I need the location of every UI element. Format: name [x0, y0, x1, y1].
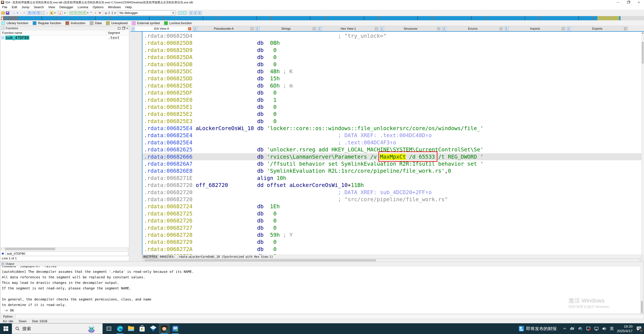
save-database-icon[interactable] [5, 11, 10, 15]
tab-strings[interactable]: Strings× [255, 26, 317, 31]
listing-line[interactable]: .rdata:006825E1 db 0 [142, 103, 641, 110]
breakpoint-list-icon[interactable]: ▲ [58, 11, 62, 15]
close-tab-icon[interactable]: × [312, 27, 316, 30]
scroll-right-icon[interactable]: › [128, 248, 128, 250]
listing-line[interactable]: .rdata:00682720 off_682720 dd offset aLo… [142, 182, 641, 189]
navband-left-icon[interactable] [1, 16, 2, 18]
create-data-icon[interactable] [74, 11, 78, 15]
taskbar-analysis-app[interactable] [170, 323, 181, 334]
search-again-icon[interactable] [40, 11, 45, 15]
menu-edit[interactable]: Edit [10, 5, 20, 9]
menu-help[interactable]: Help [123, 5, 134, 9]
listing-line[interactable]: .rdata:00682726 db 0 [142, 217, 641, 224]
listing-line[interactable]: .rdata:00682728 db 59h ; Y [142, 231, 641, 238]
attach-process-icon[interactable] [178, 11, 182, 15]
listing-line[interactable]: .rdata:006825E0 db 1 [142, 96, 641, 103]
listing-line[interactable]: .rdata:006825D4 ; "try_unlock=" [142, 32, 641, 39]
onedrive-paused[interactable] [570, 326, 575, 331]
close-tab-icon[interactable]: × [188, 27, 191, 30]
tab-hex-view-1[interactable]: Hex View-1× [317, 26, 379, 31]
news-widget[interactable]: 即将发布的财报 [518, 326, 557, 332]
tab-structures[interactable]: Structures× [380, 26, 441, 31]
create-struct-icon[interactable] [78, 11, 82, 15]
output-log[interactable]: command "JumpOpXref" failed[autohidden] … [0, 266, 640, 314]
debugger-selector[interactable]: No debugger ▼ [118, 10, 175, 15]
listing-hscroll-thumb[interactable] [144, 259, 376, 261]
output-vscrollbar[interactable] [640, 266, 644, 314]
close-tab-icon[interactable]: × [437, 27, 440, 30]
navband-right-icon[interactable] [1, 18, 2, 20]
ascii-search-icon[interactable]: A [49, 11, 54, 15]
close-tab-icon[interactable]: × [375, 27, 378, 30]
close-panel-icon[interactable]: × [126, 27, 128, 29]
create-function-icon[interactable] [69, 11, 74, 15]
close-window-icon[interactable] [198, 11, 202, 15]
listing-line[interactable]: .rdata:0068271E align 10h [142, 175, 641, 182]
column-segment[interactable]: Segment [108, 31, 120, 35]
navigate-forward-icon[interactable]: → [19, 11, 23, 15]
ime-indicator[interactable]: 英 [610, 326, 614, 331]
menu-options[interactable]: Options [90, 5, 106, 9]
action-center-button[interactable]: 3 [636, 325, 642, 332]
taskbar-file-explorer[interactable] [126, 323, 136, 334]
tab-exports[interactable]: Exports× [566, 26, 628, 31]
maximize-panel-icon[interactable] [118, 27, 120, 29]
taskbar-microsoft-store[interactable] [136, 323, 148, 334]
scroll-left-icon[interactable]: ‹ [143, 259, 144, 262]
volume[interactable] [602, 326, 607, 331]
listing-line[interactable]: .rdata:006825DA db 0 [142, 54, 641, 61]
listing-line[interactable]: .rdata:006825DB db 0 [142, 61, 641, 68]
listing-line[interactable]: .rdata:00682720 ; "src/core/pipeline/fil… [142, 196, 641, 203]
taskbar-search-input[interactable]: 搜索 [12, 323, 103, 334]
taskbar-ida[interactable] [159, 323, 170, 334]
undefine-icon[interactable]: × [98, 11, 102, 15]
menu-view[interactable]: View [46, 5, 57, 9]
create-enum-icon[interactable] [82, 11, 86, 15]
menu-jump[interactable]: Jump [19, 5, 32, 9]
tab-pseudocode-a[interactable]: Pseudocode-A× [193, 26, 254, 31]
menu-windows[interactable]: Windows [106, 5, 123, 9]
tray-expand-button[interactable] [562, 327, 567, 331]
database-snapshot-icon[interactable]: ● [62, 11, 67, 15]
listing-line[interactable]: .rdata:006825E4 aLockerCoreOsWi_10 db 'l… [142, 125, 641, 132]
listing-line[interactable]: .rdata:00682724 db 1Eh [142, 203, 641, 210]
listing-line[interactable]: .rdata:0068272B db 0 [142, 253, 641, 255]
debugger-selector-arrow-icon[interactable]: ▼ [171, 11, 175, 15]
display-connect[interactable] [586, 326, 591, 331]
search-bytes-icon[interactable] [28, 11, 32, 15]
menu-lumina[interactable]: Lumina [76, 5, 90, 9]
listing-line[interactable]: .rdata:00682725 db 0 [142, 210, 641, 217]
functions-hscroll-thumb[interactable] [5, 248, 55, 250]
sync-status[interactable] [578, 326, 583, 331]
float-panel-icon[interactable] [122, 27, 125, 29]
edit-comment-icon[interactable]: / [93, 11, 98, 15]
column-function-name[interactable]: Function name [2, 31, 22, 35]
minimize-button[interactable]: — [613, 0, 623, 5]
disassembly-listing[interactable]: .rdata:006825D4 ; "try_unlock=".rdata:00… [142, 32, 641, 255]
listing-line[interactable]: .rdata:006825E4 ; .text:004DC4F3↑o [142, 139, 641, 146]
navigation-band[interactable] [0, 16, 644, 20]
navigate-back-icon[interactable]: ← [12, 11, 16, 15]
create-enum-dropdown-icon[interactable]: ▼ [86, 11, 89, 15]
tab-enums[interactable]: Enums× [442, 26, 504, 31]
debugger-start-icon[interactable]: ▶ [104, 11, 108, 15]
taskbar-clock[interactable]: 19:20 2025/4/17 [617, 324, 632, 333]
functions-hscrollbar[interactable]: ‹ › [0, 247, 129, 251]
ascii-dropdown-icon[interactable]: ▼ [54, 11, 56, 15]
listing-line[interactable]: .rdata:006825E3 db 0 [142, 118, 641, 125]
close-button[interactable]: × [634, 0, 644, 5]
listing-vscrollbar[interactable] [641, 32, 644, 255]
back-dropdown-icon[interactable]: ▼ [16, 11, 19, 15]
function-name[interactable]: sub_47DF80 [5, 35, 29, 40]
listing-line[interactable]: .rdata:006825DF db 0 [142, 89, 641, 96]
functions-bottom-tab[interactable]: sub_47DF80 [5, 251, 128, 256]
close-tab-icon[interactable]: × [499, 27, 502, 30]
new-window-icon[interactable] [194, 11, 198, 15]
listing-line[interactable]: .rdata:006825E4 ; DATA XREF: .text:004DC… [142, 132, 641, 139]
menu-file[interactable]: File [0, 5, 10, 9]
listing-vscroll-thumb[interactable] [642, 42, 644, 63]
debugger-stop-icon[interactable]: ■ [113, 11, 117, 15]
output-panel-titlebar[interactable]: Output [0, 262, 644, 266]
scroll-right-icon[interactable]: › [640, 259, 640, 262]
close-tab-icon[interactable]: × [562, 27, 565, 30]
